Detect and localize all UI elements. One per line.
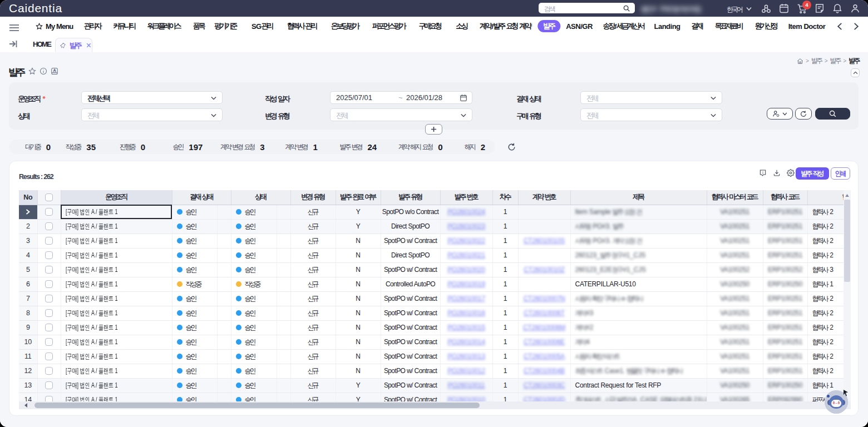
svg-text:A: A [53, 68, 56, 72]
